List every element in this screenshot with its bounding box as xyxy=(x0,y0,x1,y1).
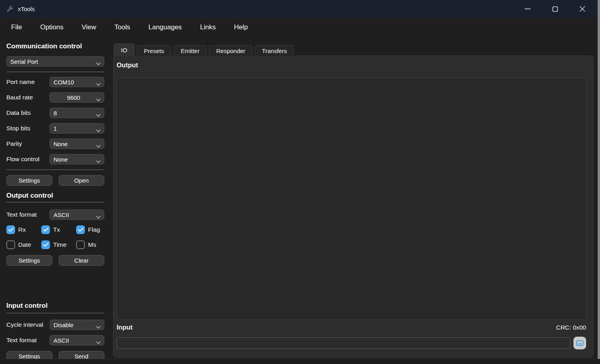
parity-dropdown[interactable]: None xyxy=(50,139,104,149)
baud-rate-label: Baud rate xyxy=(6,94,50,101)
input-text-format-value: ASCII xyxy=(54,337,69,344)
chevron-down-icon xyxy=(96,80,101,87)
input-heading: Input xyxy=(117,324,132,331)
output-flags-row-2: Date Time Ms xyxy=(6,240,104,250)
input-text-format-dropdown[interactable]: ASCII xyxy=(50,335,104,345)
cycle-interval-value: Disable xyxy=(54,322,73,328)
parity-label: Parity xyxy=(6,140,50,147)
date-checkbox-cell[interactable]: Date xyxy=(6,240,41,250)
menu-links[interactable]: Links xyxy=(191,18,225,37)
ms-checkbox[interactable] xyxy=(76,240,85,249)
rx-checkbox[interactable] xyxy=(6,225,15,234)
flag-label: Flag xyxy=(88,226,100,233)
menu-file[interactable]: File xyxy=(2,18,31,37)
input-head-row: Input CRC: 0x00 xyxy=(117,324,586,331)
output-control-heading: Output control xyxy=(6,192,104,200)
port-name-dropdown[interactable]: COM10 xyxy=(50,77,104,87)
time-checkbox[interactable] xyxy=(41,240,50,249)
comm-settings-button[interactable]: Settings xyxy=(6,175,52,186)
output-text-format-row: Text format ASCII xyxy=(6,210,104,220)
close-icon xyxy=(579,6,585,12)
flow-control-value: None xyxy=(54,156,68,163)
data-bits-dropdown[interactable]: 8 xyxy=(50,108,104,118)
maximize-button[interactable] xyxy=(541,0,569,18)
divider xyxy=(6,313,104,313)
tab-emitter[interactable]: Emitter xyxy=(174,45,207,56)
cycle-interval-dropdown[interactable]: Disable xyxy=(50,320,104,330)
chevron-down-icon xyxy=(96,323,101,330)
comm-buttons-row: Settings Open xyxy=(6,175,104,186)
baud-rate-value: 9600 xyxy=(67,94,80,101)
data-bits-value: 8 xyxy=(54,110,57,116)
desktop-edge-right xyxy=(598,0,600,359)
input-popup-button[interactable] xyxy=(573,337,586,349)
divider xyxy=(6,170,104,170)
input-field[interactable] xyxy=(117,337,570,349)
chevron-down-icon xyxy=(96,127,101,133)
input-text-format-row: Text format ASCII xyxy=(6,335,104,345)
baud-rate-dropdown[interactable]: 9600 xyxy=(50,92,104,103)
output-flags-row-1: Rx Tx Flag xyxy=(6,225,104,235)
tx-checkbox[interactable] xyxy=(41,225,50,234)
ms-label: Ms xyxy=(88,241,96,248)
output-buttons-row: Settings Clear xyxy=(6,255,104,266)
port-name-label: Port name xyxy=(6,78,50,86)
io-pane: Output Input CRC: 0x00 xyxy=(113,55,594,358)
stop-bits-label: Stop bits xyxy=(6,125,50,132)
data-bits-label: Data bits xyxy=(6,109,50,116)
parity-row: Parity None xyxy=(6,139,104,149)
chevron-down-icon xyxy=(96,96,101,103)
output-settings-button[interactable]: Settings xyxy=(6,255,52,266)
window-title: xTools xyxy=(18,6,35,12)
flag-checkbox[interactable] xyxy=(76,225,85,234)
tab-io[interactable]: IO xyxy=(114,44,134,56)
minimize-icon xyxy=(525,8,531,10)
flow-control-label: Flow control xyxy=(6,156,50,163)
menu-help[interactable]: Help xyxy=(225,18,257,37)
time-label: Time xyxy=(53,241,67,248)
menu-view[interactable]: View xyxy=(73,18,105,37)
chevron-down-icon xyxy=(96,339,101,345)
stop-bits-value: 1 xyxy=(54,125,57,132)
cycle-interval-label: Cycle interval xyxy=(6,321,50,328)
menu-tools[interactable]: Tools xyxy=(105,18,140,37)
close-button[interactable] xyxy=(569,0,596,18)
chevron-down-icon xyxy=(96,60,101,67)
port-name-value: COM10 xyxy=(54,79,74,86)
minimize-button[interactable] xyxy=(514,0,541,18)
divider xyxy=(6,202,104,202)
flag-checkbox-cell[interactable]: Flag xyxy=(76,225,104,235)
time-checkbox-cell[interactable]: Time xyxy=(41,240,76,250)
check-icon xyxy=(8,228,13,232)
tab-bar: IO Presets Emitter Responder Transfers xyxy=(114,44,294,56)
rx-label: Rx xyxy=(18,226,26,233)
comm-type-dropdown[interactable]: Serial Port xyxy=(6,56,104,67)
menu-options[interactable]: Options xyxy=(31,18,73,37)
chevron-down-icon xyxy=(96,213,101,220)
communication-control-heading: Communication control xyxy=(6,42,104,50)
output-display[interactable] xyxy=(117,78,586,320)
comm-type-value: Serial Port xyxy=(10,58,38,65)
menu-languages[interactable]: Languages xyxy=(139,18,191,37)
parity-value: None xyxy=(54,141,68,147)
input-text-format-label: Text format xyxy=(6,337,50,344)
rx-checkbox-cell[interactable]: Rx xyxy=(6,225,41,235)
crc-value: CRC: 0x00 xyxy=(556,324,586,331)
flow-control-row: Flow control None xyxy=(6,154,104,164)
sidebar: Communication control Serial Port Port n… xyxy=(0,37,110,359)
open-button[interactable]: Open xyxy=(59,175,105,186)
output-text-format-dropdown[interactable]: ASCII xyxy=(50,210,104,220)
date-checkbox[interactable] xyxy=(6,240,15,249)
port-name-row: Port name COM10 xyxy=(6,77,104,87)
flow-control-dropdown[interactable]: None xyxy=(50,154,104,164)
ms-checkbox-cell[interactable]: Ms xyxy=(76,240,104,250)
chevron-down-icon xyxy=(96,158,101,164)
tab-presets[interactable]: Presets xyxy=(137,45,171,56)
tab-transfers[interactable]: Transfers xyxy=(255,45,294,56)
tab-responder[interactable]: Responder xyxy=(209,45,252,56)
tx-checkbox-cell[interactable]: Tx xyxy=(41,225,76,235)
clear-button[interactable]: Clear xyxy=(59,255,105,266)
chevron-down-icon xyxy=(96,111,101,118)
chevron-down-icon xyxy=(96,142,101,149)
stop-bits-dropdown[interactable]: 1 xyxy=(50,123,104,133)
